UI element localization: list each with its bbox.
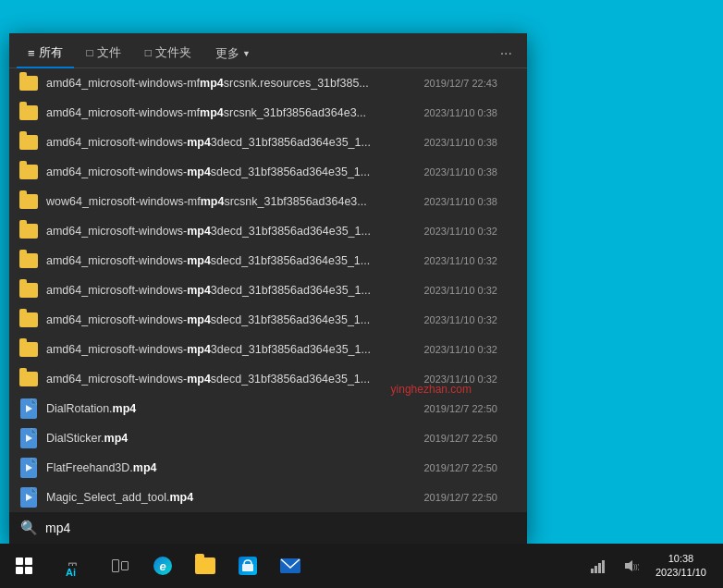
search-icon: 🔍 — [20, 520, 38, 536]
taskview-icon — [112, 559, 129, 572]
list-item[interactable]: amd64_microsoft-windows-mfmp4srcsnk_31bf… — [9, 98, 527, 128]
file-date: 2023/11/10 0:32 — [405, 226, 497, 237]
file-name: FlatFreehand3D.mp4 — [46, 461, 398, 474]
search-bar: 🔍 — [9, 512, 527, 544]
svg-rect-12 — [591, 569, 594, 573]
folder-icon — [18, 369, 39, 389]
tab-all-icon: ≡ — [28, 46, 35, 60]
tab-file[interactable]: □ 文件 — [76, 39, 132, 68]
network-icon[interactable] — [583, 545, 613, 586]
explorer-button[interactable] — [185, 545, 226, 586]
list-item[interactable]: FlatFreehand3D.mp42019/12/7 22:50 — [9, 453, 527, 483]
file-name: DialSticker.mp4 — [46, 432, 398, 445]
folder-icon — [18, 162, 39, 182]
folder-icon — [18, 73, 39, 93]
ai-label: Ai — [63, 566, 79, 579]
file-icon — [18, 398, 39, 419]
file-date: 2023/11/10 0:38 — [405, 196, 497, 207]
clock-time: 10:38 — [656, 552, 706, 566]
file-date: 2019/12/7 22:43 — [405, 78, 497, 89]
system-tray: )))) 10:38 2023/11/10 — [576, 545, 719, 586]
edge-icon: e — [153, 557, 172, 575]
file-name: amd64_microsoft-windows-mfmp4srcsnk_31bf… — [46, 106, 398, 119]
tab-all-label: 所有 — [39, 44, 63, 61]
file-date: 2023/11/10 0:38 — [405, 166, 497, 178]
file-name: Magic_Select_add_tool.mp4 — [46, 491, 398, 504]
folder-icon — [18, 191, 39, 212]
list-item[interactable]: amd64_microsoft-windows-mp43decd_31bf385… — [9, 276, 527, 305]
taskbar: ⊞ Ai e — [0, 544, 723, 588]
file-name: amd64_microsoft-windows-mp4sdecd_31bf385… — [46, 313, 398, 326]
file-name: amd64_microsoft-windows-mp4sdecd_31bf385… — [46, 165, 398, 178]
file-name: amd64_microsoft-windows-mp4sdecd_31bf385… — [46, 254, 398, 267]
tab-folder[interactable]: □ 文件夹 — [134, 39, 202, 68]
folder-icon — [18, 103, 39, 123]
list-item[interactable]: amd64_microsoft-windows-mp4sdecd_31bf385… — [9, 157, 527, 187]
search-input[interactable] — [45, 521, 516, 535]
svg-text:)))): )))) — [633, 563, 639, 570]
search-taskbar-button[interactable]: ⊞ Ai — [46, 545, 98, 586]
file-name: DialRotation.mp4 — [46, 402, 398, 415]
tab-folder-label: 文件夹 — [155, 44, 191, 61]
file-name: amd64_microsoft-windows-mfmp4srcsnk.reso… — [46, 77, 398, 90]
file-name: wow64_microsoft-windows-mfmp4srcsnk_31bf… — [46, 195, 398, 208]
file-name: amd64_microsoft-windows-mp43decd_31bf385… — [46, 225, 398, 238]
list-item[interactable]: Magic_Select_add_tool.mp42019/12/7 22:50 — [9, 483, 527, 512]
list-item[interactable]: amd64_microsoft-windows-mp43decd_31bf385… — [9, 216, 527, 246]
mail-button[interactable] — [270, 545, 311, 586]
svg-rect-13 — [594, 566, 597, 573]
file-name: amd64_microsoft-windows-mp43decd_31bf385… — [46, 284, 398, 297]
folder-icon — [18, 310, 39, 330]
tab-file-label: 文件 — [97, 44, 121, 61]
folder-icon — [18, 251, 39, 271]
file-date: 2019/12/7 22:50 — [405, 462, 497, 473]
file-name: amd64_microsoft-windows-mp43decd_31bf385… — [46, 136, 398, 149]
list-item[interactable]: amd64_microsoft-windows-mp4sdecd_31bf385… — [9, 246, 527, 276]
more-options-button[interactable]: ··· — [493, 40, 520, 67]
file-name: amd64_microsoft-windows-mp4sdecd_31bf385… — [46, 373, 398, 386]
tab-all[interactable]: ≡ 所有 — [17, 39, 74, 68]
mail-icon — [280, 558, 300, 573]
svg-rect-15 — [602, 560, 605, 573]
list-item[interactable]: wow64_microsoft-windows-mfmp4srcsnk_31bf… — [9, 187, 527, 216]
file-date: 2023/11/10 0:32 — [405, 344, 497, 355]
file-date: 2023/11/10 0:38 — [405, 107, 497, 118]
list-item[interactable]: amd64_microsoft-windows-mp43decd_31bf385… — [9, 128, 527, 157]
folder-icon — [18, 339, 39, 360]
list-item[interactable]: DialRotation.mp42019/12/7 22:50 — [9, 394, 527, 423]
file-name: amd64_microsoft-windows-mp43decd_31bf385… — [46, 343, 398, 356]
system-clock[interactable]: 10:38 2023/11/10 — [650, 552, 712, 581]
store-button[interactable] — [227, 545, 268, 586]
file-date: 2023/11/10 0:32 — [405, 255, 497, 266]
chevron-down-icon: ▼ — [242, 49, 251, 58]
file-icon — [18, 487, 39, 508]
list-item[interactable]: DialSticker.mp42019/12/7 22:50 — [9, 423, 527, 453]
results-list[interactable]: amd64_microsoft-windows-mfmp4srcsnk.reso… — [9, 68, 527, 512]
list-item[interactable]: amd64_microsoft-windows-mfmp4srcsnk.reso… — [9, 68, 527, 98]
tab-file-icon: □ — [87, 46, 93, 59]
volume-icon[interactable]: )))) — [617, 545, 646, 586]
file-date: 2019/12/7 22:50 — [405, 403, 497, 414]
svg-marker-16 — [625, 560, 632, 571]
store-icon — [239, 557, 257, 575]
folder-icon — [18, 280, 39, 300]
filter-tabs: ≡ 所有 □ 文件 □ 文件夹 更多 ▼ ··· — [9, 33, 527, 68]
folder-icon — [18, 132, 39, 153]
tab-more[interactable]: 更多 ▼ — [206, 40, 260, 67]
file-date: 2019/12/7 22:50 — [405, 492, 497, 503]
search-window: ≡ 所有 □ 文件 □ 文件夹 更多 ▼ ··· amd64_microsoft… — [9, 33, 527, 544]
file-date: 2023/11/10 0:32 — [405, 314, 497, 325]
tab-more-label: 更多 — [215, 45, 239, 62]
list-item[interactable]: amd64_microsoft-windows-mp4sdecd_31bf385… — [9, 305, 527, 335]
start-button[interactable] — [4, 545, 44, 586]
explorer-icon — [195, 557, 215, 574]
windows-logo-icon — [16, 557, 32, 574]
list-item[interactable]: amd64_microsoft-windows-mp4sdecd_31bf385… — [9, 364, 527, 394]
edge-button[interactable]: e — [142, 545, 183, 586]
taskview-button[interactable] — [100, 545, 141, 586]
file-date: 2023/11/10 0:38 — [405, 137, 497, 148]
svg-rect-14 — [598, 563, 601, 573]
folder-icon — [18, 221, 39, 241]
list-item[interactable]: amd64_microsoft-windows-mp43decd_31bf385… — [9, 335, 527, 364]
file-date: 2023/11/10 0:32 — [405, 285, 497, 296]
